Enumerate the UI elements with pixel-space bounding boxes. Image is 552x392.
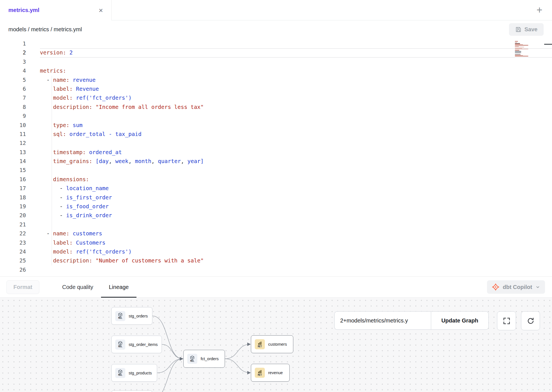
code-line: - is_food_order [40, 202, 552, 211]
copilot-label: dbt Copilot [503, 284, 532, 290]
line-number: 16 [0, 175, 26, 184]
fullscreen-icon [503, 317, 510, 325]
code-line: - name: customers [40, 229, 552, 238]
line-number: 4 [0, 66, 26, 75]
code-line: - is_first_order [40, 193, 552, 202]
save-button[interactable]: Save [509, 23, 544, 36]
minimap[interactable] [515, 40, 529, 57]
line-number: 10 [0, 121, 26, 130]
line-number: 17 [0, 184, 26, 193]
model-icon: MDL [115, 368, 125, 378]
code-line: dimensions: [40, 175, 552, 184]
line-number: 3 [0, 58, 26, 66]
line-number: 6 [0, 85, 26, 94]
graph-controls: Update Graph [334, 311, 489, 330]
code-line [40, 266, 552, 274]
line-number: 8 [0, 103, 26, 112]
editor-code: version: 2metrics: - name: revenue label… [40, 39, 552, 276]
chevron-down-icon [536, 285, 540, 289]
metric-icon: MET [255, 339, 265, 349]
format-button[interactable]: Format [6, 280, 39, 294]
refresh-button[interactable] [521, 311, 540, 330]
code-line: sql: order_total - tax_paid [40, 130, 552, 139]
line-number: 7 [0, 94, 26, 102]
editor-toolbar: Format Code quality Lineage dbt Copilot [0, 276, 552, 298]
lineage-node-label: stg_products [129, 371, 152, 375]
plus-icon: + [536, 5, 542, 15]
panel-tabs: Code quality Lineage [54, 277, 136, 297]
lineage-node-revenue[interactable]: METrevenue [251, 364, 290, 382]
line-number: 12 [0, 139, 26, 148]
code-line: model: ref('fct_orders') [40, 94, 552, 102]
code-line: timestamp: ordered_at [40, 148, 552, 157]
dbt-logo-icon [492, 283, 499, 291]
lineage-node-label: customers [268, 342, 287, 346]
lineage-node-fct_orders[interactable]: MDLfct_orders [183, 350, 225, 368]
line-number: 18 [0, 193, 26, 202]
code-line [40, 58, 552, 66]
fullscreen-button[interactable] [497, 311, 516, 330]
code-line [40, 112, 552, 121]
model-icon: MDL [115, 340, 125, 350]
code-line [40, 39, 552, 48]
line-number: 22 [0, 229, 26, 238]
lineage-node-offscreen[interactable] [111, 390, 152, 392]
line-number: 24 [0, 247, 26, 256]
lineage-node-label: stg_orders [129, 314, 148, 318]
code-line: - is_drink_order [40, 211, 552, 220]
lineage-canvas[interactable]: MDLstg_ordersMDLstg_order_itemsMDLstg_pr… [0, 298, 552, 392]
code-line [40, 139, 552, 148]
breadcrumb: models / metrics / metrics.yml [8, 26, 82, 33]
indent-guide [52, 76, 52, 266]
code-line: time_grains: [day, week, month, quarter,… [40, 157, 552, 166]
line-number: 23 [0, 238, 26, 247]
new-tab-button[interactable]: + [527, 0, 552, 20]
editor-gutter: 1234567891011121314151617181920212223242… [0, 39, 26, 276]
metric-icon: MET [255, 368, 265, 378]
line-number: 26 [0, 266, 26, 274]
code-line: description: "Income from all orders les… [40, 103, 552, 112]
lineage-node-label: fct_orders [201, 357, 219, 361]
lineage-node-stg_products[interactable]: MDLstg_products [111, 364, 157, 382]
code-line: description: "Number of customers with a… [40, 256, 552, 265]
model-icon: MDL [115, 311, 125, 321]
line-number: 19 [0, 202, 26, 211]
line-number: 11 [0, 130, 26, 139]
code-line: - location_name [40, 184, 552, 193]
update-graph-button[interactable]: Update Graph [431, 311, 489, 330]
line-number: 13 [0, 148, 26, 157]
lineage-node-label: stg_order_items [129, 342, 158, 347]
code-line: model: ref('fct_orders') [40, 247, 552, 256]
tab-metrics-yml[interactable]: metrics.yml × [0, 0, 112, 20]
file-header-row: models / metrics / metrics.yml Save [0, 20, 552, 39]
save-label: Save [524, 26, 537, 33]
code-line: label: Customers [40, 238, 552, 247]
lineage-node-stg_orders[interactable]: MDLstg_orders [111, 307, 152, 325]
tab-code-quality[interactable]: Code quality [54, 277, 101, 297]
line-number: 1 [0, 39, 26, 48]
line-number: 25 [0, 256, 26, 265]
lineage-node-stg_order_items[interactable]: MDLstg_order_items [111, 336, 162, 353]
line-number: 20 [0, 211, 26, 220]
tab-bar: metrics.yml × + [0, 0, 552, 20]
code-line [40, 166, 552, 175]
scrollbar-thumb[interactable] [544, 44, 552, 45]
code-line: version: 2 [40, 48, 552, 57]
code-editor[interactable]: 1234567891011121314151617181920212223242… [0, 39, 552, 276]
line-number: 14 [0, 157, 26, 166]
lineage-node-customers[interactable]: METcustomers [251, 335, 293, 353]
close-icon[interactable]: × [99, 7, 103, 14]
refresh-icon [527, 317, 534, 325]
model-icon: MDL [187, 354, 197, 364]
code-line [40, 220, 552, 229]
tab-lineage[interactable]: Lineage [101, 277, 136, 297]
line-number: 5 [0, 76, 26, 85]
code-line: - name: revenue [40, 76, 552, 85]
graph-selector-input[interactable] [334, 311, 431, 330]
dbt-copilot-button[interactable]: dbt Copilot [487, 280, 545, 294]
code-line: type: sum [40, 121, 552, 130]
code-line: metrics: [40, 66, 552, 75]
save-icon [515, 26, 522, 33]
line-number: 21 [0, 220, 26, 229]
line-number: 2 [0, 48, 26, 57]
